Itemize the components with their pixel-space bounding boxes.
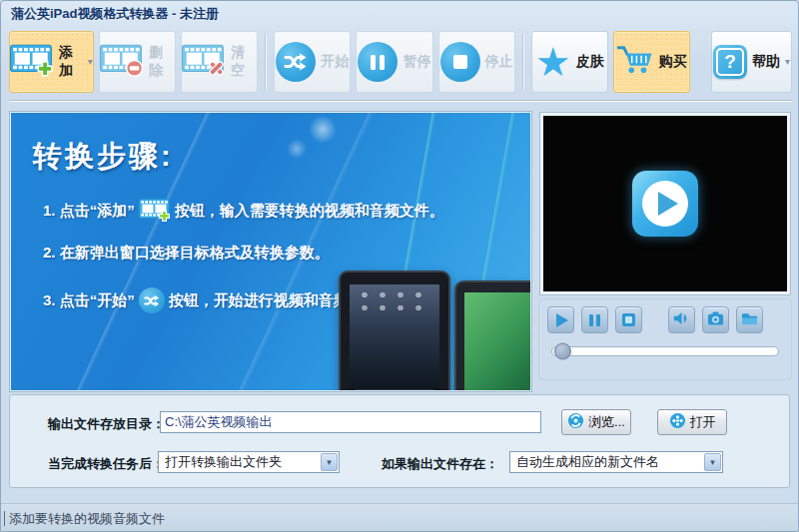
pause-button-label: 暂停 <box>402 53 430 71</box>
open-button[interactable]: 打开 <box>657 409 727 435</box>
file-exists-label: 如果输出文件存在： <box>382 455 498 473</box>
film-reel-icon <box>669 412 686 432</box>
ipad-image-dark <box>339 270 450 391</box>
player-controls <box>538 298 792 380</box>
pause-icon <box>589 314 600 326</box>
convert-shuffle-icon-inline <box>139 287 165 313</box>
steps-title: 转换步骤: <box>33 137 174 177</box>
skin-button-label: 皮肤 <box>576 53 604 71</box>
shopping-cart-icon <box>616 44 654 80</box>
file-exists-value: 自动生成相应的新文件名 <box>516 453 659 471</box>
convert-shuffle-icon <box>276 42 316 82</box>
player-folder-button[interactable] <box>736 306 763 333</box>
seek-slider-handle[interactable] <box>554 343 571 360</box>
video-preview <box>540 113 790 294</box>
player-volume-button[interactable] <box>668 306 695 333</box>
open-button-label: 打开 <box>690 413 716 431</box>
step-1: 1. 点击“添加” 按钮，输入需要转换的视频和音频文件。 <box>43 197 444 226</box>
add-button[interactable]: 添加 ▾ <box>9 31 94 93</box>
stop-button-label: 停止 <box>485 53 513 71</box>
file-exists-select[interactable]: 自动生成相应的新文件名 ▾ <box>509 451 723 473</box>
chevron-down-icon: ▾ <box>785 57 790 67</box>
play-badge-icon <box>632 171 698 237</box>
buy-button[interactable]: 购买 <box>613 31 690 93</box>
star-icon: ★ <box>535 42 571 82</box>
help-button[interactable]: ? 帮助 ▾ <box>711 31 792 93</box>
step-2: 2. 在新弹出窗口选择目标格式及转换参数。 <box>43 244 330 263</box>
chevron-down-icon: ▾ <box>88 57 93 67</box>
combo-arrow-icon: ▾ <box>704 453 721 471</box>
instructions-panel: 转换步骤: 1. 点击“添加” 按钮，输入需要转换的视频和音频文件。 2. 在新… <box>10 112 531 391</box>
clear-button[interactable]: 清空 <box>181 31 258 93</box>
add-film-icon-inline <box>139 197 171 226</box>
ipad-image-green <box>454 280 531 391</box>
clear-film-icon <box>182 42 226 82</box>
start-button-label: 开始 <box>321 53 349 71</box>
browse-button[interactable]: 浏览... <box>561 409 631 435</box>
status-bar: 添加要转换的视频音频文件 <box>1 503 798 532</box>
help-button-label: 帮助 <box>752 53 780 71</box>
folder-icon <box>741 310 758 329</box>
toolbar-divider <box>9 100 792 102</box>
toolbar-separator <box>265 34 267 90</box>
toolbar: 添加 ▾ 删除 <box>9 31 792 93</box>
speaker-icon <box>673 311 690 329</box>
browse-button-label: 浏览... <box>588 413 625 431</box>
help-question-icon: ? <box>713 45 747 79</box>
add-film-icon <box>10 42 54 82</box>
buy-button-label: 购买 <box>659 53 687 71</box>
output-dir-label: 输出文件存放目录： <box>48 415 165 433</box>
player-play-button[interactable] <box>547 306 574 333</box>
status-divider <box>4 511 5 526</box>
app-window: 蒲公英iPad视频格式转换器 - 未注册 添加 ▾ <box>0 0 799 532</box>
output-dir-input[interactable] <box>160 411 541 433</box>
pause-icon <box>358 42 398 82</box>
after-task-select[interactable]: 打开转换输出文件夹 ▾ <box>158 451 340 473</box>
player-pause-button[interactable] <box>581 306 608 333</box>
delete-film-icon <box>100 42 144 82</box>
add-button-label: 添加 <box>59 44 83 80</box>
pause-button[interactable]: 暂停 <box>356 31 432 93</box>
browse-aperture-icon <box>567 412 584 432</box>
title-bar: 蒲公英iPad视频格式转换器 - 未注册 <box>1 1 798 29</box>
status-text: 添加要转换的视频音频文件 <box>9 510 165 528</box>
window-title: 蒲公英iPad视频格式转换器 - 未注册 <box>11 6 219 21</box>
after-task-value: 打开转换输出文件夹 <box>165 453 282 471</box>
seek-slider[interactable] <box>551 346 779 356</box>
stop-icon <box>440 42 480 82</box>
combo-arrow-icon: ▾ <box>321 453 338 471</box>
start-button[interactable]: 开始 <box>274 31 351 93</box>
clear-button-label: 清空 <box>231 44 257 80</box>
delete-button[interactable]: 删除 <box>99 31 176 93</box>
toolbar-separator <box>522 34 524 90</box>
delete-button-label: 删除 <box>149 44 175 80</box>
skin-button[interactable]: ★ 皮肤 <box>531 31 608 93</box>
player-stop-button[interactable] <box>615 306 642 333</box>
output-settings-panel: 输出文件存放目录： 浏览... <box>9 394 790 488</box>
after-task-label: 当完成转换任务后： <box>48 455 165 473</box>
stop-button[interactable]: 停止 <box>438 31 515 93</box>
player-snapshot-button[interactable] <box>702 306 729 333</box>
play-icon <box>556 313 568 327</box>
camera-icon <box>707 310 724 330</box>
stop-icon <box>622 313 635 326</box>
